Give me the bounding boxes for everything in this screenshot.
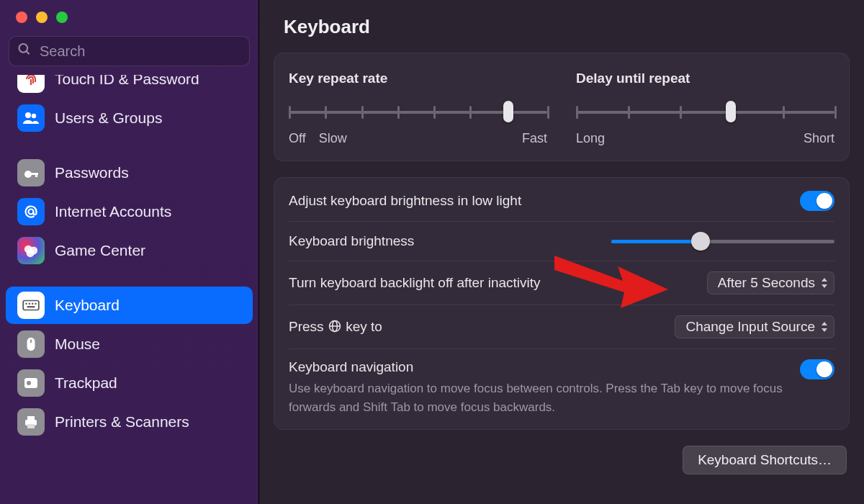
page-title: Keyboard — [274, 0, 850, 53]
users-icon — [17, 104, 45, 132]
slider-label: Slow — [319, 131, 347, 146]
label: Adjust keyboard brightness in low light — [289, 193, 521, 209]
fingerprint-icon — [17, 75, 45, 93]
sidebar-item-users[interactable]: Users & Groups — [6, 99, 253, 137]
search-wrap — [9, 36, 250, 66]
mouse-icon — [17, 330, 45, 358]
keyboard-navigation-toggle[interactable] — [800, 359, 834, 379]
svg-rect-16 — [27, 306, 35, 307]
sidebar-item-label: Keyboard — [55, 297, 120, 314]
svg-rect-23 — [27, 424, 35, 428]
main-content: Keyboard Key repeat rate — [259, 0, 864, 504]
sidebar-item-label: Mouse — [55, 336, 100, 353]
panel-key-repeat: Key repeat rate Off Slow — [274, 53, 850, 161]
svg-rect-13 — [29, 303, 30, 305]
svg-rect-11 — [23, 301, 39, 310]
sidebar-item-label: Users & Groups — [55, 109, 162, 127]
at-icon — [17, 198, 45, 225]
sidebar-list: Touch ID & Password Users & Groups Passw… — [0, 75, 258, 442]
minimize-button[interactable] — [36, 12, 48, 23]
slider-min-label: Off — [289, 131, 306, 146]
trackpad-icon — [17, 369, 45, 397]
chevron-updown-icon — [821, 278, 828, 288]
sidebar-item-printers[interactable]: Printers & Scanners — [6, 403, 253, 441]
search-input[interactable] — [9, 36, 250, 66]
brightness-slider[interactable] — [611, 232, 834, 251]
key-repeat-rate: Key repeat rate Off Slow — [289, 71, 547, 146]
svg-point-2 — [25, 112, 31, 118]
keyboard-shortcuts-button[interactable]: Keyboard Shortcuts… — [683, 446, 847, 474]
globe-key-popup[interactable]: Change Input Source — [675, 315, 834, 338]
sidebar-item-touchid[interactable]: Touch ID & Password — [6, 75, 253, 98]
close-button[interactable] — [16, 12, 27, 23]
svg-rect-14 — [32, 303, 33, 305]
svg-rect-15 — [35, 303, 36, 305]
sidebar-item-label: Touch ID & Password — [55, 75, 199, 88]
slider-max-label: Fast — [522, 131, 547, 146]
sidebar-item-keyboard[interactable]: Keyboard — [6, 287, 253, 324]
gamecenter-icon — [17, 237, 45, 264]
label: Keyboard brightness — [289, 233, 414, 249]
slider-min-label: Long — [576, 131, 605, 146]
label: Delay until repeat — [576, 71, 834, 86]
svg-point-10 — [27, 249, 35, 257]
printer-icon — [17, 408, 45, 436]
sidebar: Touch ID & Password Users & Groups Passw… — [0, 0, 259, 504]
delay-until-repeat: Delay until repeat Long Short — [576, 71, 834, 146]
sidebar-item-passwords[interactable]: Passwords — [6, 154, 253, 192]
row-backlight-off: Turn keyboard backlight off after inacti… — [289, 261, 834, 305]
description: Use keyboard navigation to move focus be… — [289, 379, 800, 416]
sidebar-item-label: Internet Accounts — [55, 203, 171, 220]
sidebar-item-label: Printers & Scanners — [55, 413, 189, 431]
sidebar-item-trackpad[interactable]: Trackpad — [6, 364, 253, 402]
key-icon — [17, 159, 45, 186]
slider-max-label: Short — [804, 131, 834, 146]
popup-value: After 5 Seconds — [718, 275, 815, 291]
row-auto-brightness: Adjust keyboard brightness in low light — [289, 181, 834, 222]
sidebar-item-internet[interactable]: Internet Accounts — [6, 193, 253, 230]
svg-rect-18 — [30, 340, 32, 343]
keyboard-icon — [17, 292, 45, 319]
svg-line-1 — [27, 51, 30, 54]
key-repeat-rate-slider[interactable] — [289, 102, 547, 122]
delay-until-repeat-slider[interactable] — [576, 102, 834, 122]
sidebar-item-label: Game Center — [55, 242, 145, 259]
globe-icon — [328, 319, 342, 333]
svg-rect-22 — [27, 416, 35, 420]
row-brightness-level: Keyboard brightness — [289, 222, 834, 261]
svg-point-3 — [32, 114, 36, 118]
search-icon — [17, 42, 32, 60]
label: Press key to — [289, 319, 382, 335]
auto-brightness-toggle[interactable] — [800, 191, 834, 211]
sidebar-item-gamecenter[interactable]: Game Center — [6, 232, 253, 269]
row-keyboard-navigation: Keyboard navigation Use keyboard navigat… — [289, 349, 834, 426]
label: Keyboard navigation — [289, 359, 800, 375]
label: Turn keyboard backlight off after inacti… — [289, 275, 541, 291]
chevron-updown-icon — [821, 322, 828, 332]
window-controls — [0, 0, 258, 33]
svg-point-0 — [19, 44, 28, 53]
svg-rect-6 — [35, 173, 37, 177]
sidebar-item-label: Passwords — [55, 164, 129, 181]
sidebar-item-label: Trackpad — [55, 374, 117, 392]
label: Key repeat rate — [289, 71, 547, 86]
popup-value: Change Input Source — [685, 319, 815, 335]
backlight-off-popup[interactable]: After 5 Seconds — [707, 271, 834, 294]
svg-rect-12 — [25, 303, 27, 305]
sidebar-item-mouse[interactable]: Mouse — [6, 325, 253, 363]
svg-point-20 — [27, 381, 31, 385]
panel-brightness: Adjust keyboard brightness in low light … — [274, 177, 850, 430]
row-globe-key: Press key to Change Input Source — [289, 305, 834, 349]
zoom-button[interactable] — [56, 12, 68, 23]
